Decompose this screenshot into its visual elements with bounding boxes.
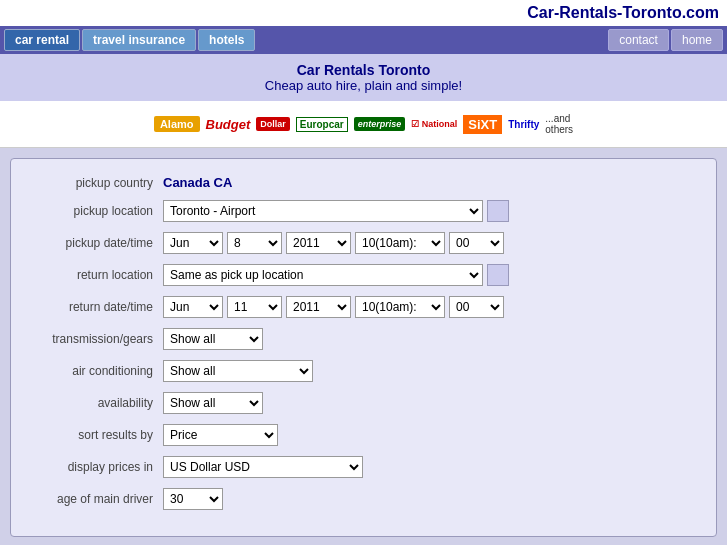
pickup-location-label: pickup location	[23, 204, 163, 218]
pickup-country-control: Canada CA	[163, 175, 704, 190]
site-title-section: Car Rentals Toronto Cheap auto hire, pla…	[0, 54, 727, 101]
europcar-logo: Europcar	[296, 109, 348, 139]
return-datetime-row: return date/time Jun 11 2011 10(10am): 0…	[23, 296, 704, 318]
thrifty-logo: Thrifty	[508, 109, 539, 139]
air-conditioning-control: Show all	[163, 360, 704, 382]
availability-label: availability	[23, 396, 163, 410]
return-hour-select[interactable]: 10(10am):	[355, 296, 445, 318]
age-control: 30	[163, 488, 704, 510]
return-day-select[interactable]: 11	[227, 296, 282, 318]
pickup-datetime-control: Jun 8 2011 10(10am): 00	[163, 232, 704, 254]
air-conditioning-select[interactable]: Show all	[163, 360, 313, 382]
pickup-datetime-label: pickup date/time	[23, 236, 163, 250]
nav-bar: car rental travel insurance hotels conta…	[0, 26, 727, 54]
return-location-info-button[interactable]	[487, 264, 509, 286]
return-year-select[interactable]: 2011	[286, 296, 351, 318]
sort-control: Price	[163, 424, 704, 446]
pickup-country-label: pickup country	[23, 176, 163, 190]
return-location-label: return location	[23, 268, 163, 282]
sixt-logo: SiXT	[463, 109, 502, 139]
sort-label: sort results by	[23, 428, 163, 442]
transmission-label: transmission/gears	[23, 332, 163, 346]
pickup-country-value: Canada CA	[163, 175, 232, 190]
availability-row: availability Show all	[23, 392, 704, 414]
nav-tab-contact[interactable]: contact	[608, 29, 669, 51]
air-conditioning-label: air conditioning	[23, 364, 163, 378]
availability-select[interactable]: Show all	[163, 392, 263, 414]
pickup-location-control: Toronto - Airport	[163, 200, 704, 222]
return-location-select[interactable]: Same as pick up location	[163, 264, 483, 286]
main-area: pickup country Canada CA pickup location…	[0, 148, 727, 545]
brand-name: Car-Rentals-Toronto.com	[527, 4, 719, 21]
return-datetime-label: return date/time	[23, 300, 163, 314]
dollar-logo: Dollar	[256, 109, 290, 139]
pickup-location-row: pickup location Toronto - Airport	[23, 200, 704, 222]
return-location-control: Same as pick up location	[163, 264, 704, 286]
others-logo: ...andothers	[545, 109, 573, 139]
national-logo: ☑ National	[411, 109, 457, 139]
transmission-select[interactable]: Show all	[163, 328, 263, 350]
pickup-country-row: pickup country Canada CA	[23, 175, 704, 190]
nav-tab-hotels[interactable]: hotels	[198, 29, 255, 51]
return-location-row: return location Same as pick up location	[23, 264, 704, 286]
age-select[interactable]: 30	[163, 488, 223, 510]
pickup-location-select[interactable]: Toronto - Airport	[163, 200, 483, 222]
nav-tab-car-rental[interactable]: car rental	[4, 29, 80, 51]
nav-tab-home[interactable]: home	[671, 29, 723, 51]
top-header: Car-Rentals-Toronto.com	[0, 0, 727, 26]
alamo-logo: Alamo	[154, 109, 200, 139]
air-conditioning-row: air conditioning Show all	[23, 360, 704, 382]
pickup-month-select[interactable]: Jun	[163, 232, 223, 254]
pickup-datetime-row: pickup date/time Jun 8 2011 10(10am): 00	[23, 232, 704, 254]
display-prices-label: display prices in	[23, 460, 163, 474]
nav-tab-travel-insurance[interactable]: travel insurance	[82, 29, 196, 51]
pickup-min-select[interactable]: 00	[449, 232, 504, 254]
display-prices-select[interactable]: US Dollar USD	[163, 456, 363, 478]
pickup-location-info-button[interactable]	[487, 200, 509, 222]
logo-bar: Alamo Budget Dollar Europcar enterprise …	[0, 101, 727, 148]
budget-logo: Budget	[206, 109, 251, 139]
pickup-year-select[interactable]: 2011	[286, 232, 351, 254]
site-subtitle: Cheap auto hire, plain and simple!	[8, 78, 719, 93]
availability-control: Show all	[163, 392, 704, 414]
display-prices-row: display prices in US Dollar USD	[23, 456, 704, 478]
display-prices-control: US Dollar USD	[163, 456, 704, 478]
age-row: age of main driver 30	[23, 488, 704, 510]
age-label: age of main driver	[23, 492, 163, 506]
enterprise-logo: enterprise	[354, 109, 406, 139]
return-month-select[interactable]: Jun	[163, 296, 223, 318]
transmission-control: Show all	[163, 328, 704, 350]
pickup-hour-select[interactable]: 10(10am):	[355, 232, 445, 254]
return-min-select[interactable]: 00	[449, 296, 504, 318]
transmission-row: transmission/gears Show all	[23, 328, 704, 350]
search-form: pickup country Canada CA pickup location…	[10, 158, 717, 537]
sort-row: sort results by Price	[23, 424, 704, 446]
site-title: Car Rentals Toronto	[8, 62, 719, 78]
sort-select[interactable]: Price	[163, 424, 278, 446]
return-datetime-control: Jun 11 2011 10(10am): 00	[163, 296, 704, 318]
pickup-day-select[interactable]: 8	[227, 232, 282, 254]
